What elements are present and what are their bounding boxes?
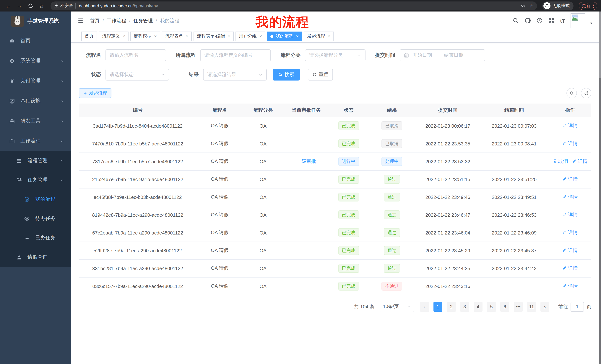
incognito-label: 无痕模式 [552, 3, 570, 9]
page-button-5[interactable]: 5 [487, 302, 496, 312]
browser-scrollbar[interactable] [599, 11, 601, 364]
cell-result: 已取消 [368, 135, 416, 153]
browser-back-icon[interactable]: ← [4, 1, 13, 10]
close-icon[interactable]: × [296, 34, 299, 38]
table-row-7: 52ffd28e-7b9a-11ec-a290-acde48001122OA 请… [79, 241, 591, 259]
search-button[interactable]: 搜索 [273, 69, 300, 80]
cell-submit-time: 2022-01-22 23:44:35 [416, 259, 480, 277]
close-icon[interactable]: × [154, 34, 157, 38]
table-header-row: 编号流程名流程分类当前审批任务状态结果提交时间结束时间操作 [79, 104, 591, 117]
process-definition-input[interactable]: 请输入流程定义的编号 [200, 49, 271, 61]
task-link[interactable]: 一级审批 [297, 158, 316, 164]
detail-link[interactable]: 详情 [562, 140, 578, 147]
sidebar-item-1[interactable]: 系统管理 [0, 51, 71, 71]
chev-up-icon [60, 178, 64, 182]
sidebar-item-6[interactable]: 流程管理 [0, 151, 71, 170]
close-icon[interactable]: × [123, 34, 125, 38]
help-icon[interactable] [536, 18, 543, 24]
detail-link[interactable]: 详情 [562, 229, 578, 236]
sidebar-item-10[interactable]: 已办任务 [0, 228, 71, 248]
close-icon[interactable]: × [228, 34, 230, 38]
detail-link[interactable]: 详情 [562, 247, 578, 254]
sidebar-item-7[interactable]: 任务管理 [0, 170, 71, 190]
url-bar[interactable]: 不安全 dashboard.yudao.iocoder.cn /bpm/task… [50, 1, 537, 10]
detail-link[interactable]: 详情 [562, 283, 578, 289]
cell-end-time: 2022-01-22 23:51:20 [480, 170, 549, 188]
pager-ellipsis[interactable]: ••• [514, 302, 523, 312]
fullscreen-icon[interactable] [548, 18, 555, 24]
breadcrumb-item[interactable]: 首页 [90, 17, 100, 24]
goto-page-input[interactable]: 1 [571, 302, 584, 312]
page-button-11[interactable]: 11 [527, 302, 536, 312]
table-row-9: 03c6c157-7b9a-11ec-a290-acde48001122OA 请… [79, 277, 591, 295]
page-button-4[interactable]: 4 [474, 302, 482, 312]
cancel-link[interactable]: 取消 [552, 158, 568, 165]
tab-0[interactable]: 首页 [81, 31, 97, 41]
next-page-button[interactable]: › [541, 302, 549, 312]
sidebar-item-2[interactable]: 支付管理 [0, 71, 71, 91]
github-icon[interactable] [524, 18, 531, 24]
browser-home-icon[interactable]: ⌂ [37, 1, 46, 10]
breadcrumb-item[interactable]: 任务管理 [133, 17, 153, 24]
process-name-input[interactable]: 请输入流程名 [105, 49, 166, 61]
tab-1[interactable]: 流程定义× [99, 31, 129, 41]
end-date-placeholder: 结束日期 [444, 52, 463, 59]
close-icon[interactable]: × [328, 34, 330, 38]
detail-link[interactable]: 详情 [562, 176, 578, 182]
avatar-caret-icon[interactable]: ▼ [590, 21, 593, 25]
sidebar-item-11[interactable]: 请假查询 [0, 248, 71, 267]
sidebar-item-0[interactable]: 首页 [0, 31, 71, 51]
sidebar-item-4[interactable]: 研发工具 [0, 111, 71, 131]
page-size-select[interactable]: 10条/页 [380, 301, 414, 312]
update-button[interactable]: 更新 [579, 2, 597, 10]
submit-time-range-picker[interactable]: 开始日期 - 结束日期 [400, 49, 485, 61]
sidebar-item-3[interactable]: 基础设施 [0, 91, 71, 111]
tab-2[interactable]: 流程模型× [130, 31, 160, 41]
cell-category: OA [243, 277, 283, 295]
sidebar-item-9[interactable]: 待办任务 [0, 209, 71, 228]
detail-link[interactable]: 详情 [562, 123, 578, 129]
show-search-icon[interactable] [566, 88, 577, 98]
status-select[interactable]: 请选择状态 [105, 69, 169, 80]
logo-avatar-image [11, 16, 24, 27]
column-header: 结果 [368, 104, 416, 117]
tab-3[interactable]: 流程表单× [162, 31, 192, 41]
password-key-icon[interactable] [521, 3, 526, 8]
result-select[interactable]: 请选择流结果 [203, 69, 267, 80]
detail-link[interactable]: 详情 [572, 158, 587, 165]
detail-link[interactable]: 详情 [562, 211, 578, 218]
create-process-button[interactable]: 发起流程 [79, 88, 111, 98]
header-search-icon[interactable] [513, 18, 519, 24]
browser-reload-icon[interactable] [26, 1, 35, 10]
reset-button[interactable]: 重置 [308, 69, 333, 80]
close-icon[interactable]: × [259, 34, 262, 38]
process-category-select[interactable]: 请选择流程分类 [305, 49, 366, 61]
page-button-6[interactable]: 6 [500, 302, 509, 312]
bookmark-star-icon[interactable]: ☆ [529, 3, 533, 8]
prev-page-button[interactable]: ‹ [420, 302, 429, 312]
tab-label: 首页 [85, 33, 94, 39]
font-size-icon[interactable]: tT [560, 18, 565, 24]
page-button-2[interactable]: 2 [447, 302, 456, 312]
detail-link[interactable]: 详情 [562, 265, 578, 272]
sidebar-item-5[interactable]: 工作流程 [0, 131, 71, 151]
tab-6[interactable]: 我的流程× [267, 31, 302, 41]
browser-forward-icon[interactable]: → [15, 1, 24, 10]
tab-4[interactable]: 流程表单-编辑× [193, 31, 234, 41]
tab-5[interactable]: 用户分组× [235, 31, 265, 41]
app-logo[interactable]: 芋道管理系统 [0, 11, 71, 31]
browser-menu-icon[interactable] [593, 4, 594, 8]
scrollbar-thumb[interactable] [599, 11, 601, 78]
breadcrumb-item[interactable]: 工作流程 [107, 17, 126, 24]
close-icon[interactable]: × [186, 34, 188, 38]
page-button-1[interactable]: 1 [433, 302, 442, 312]
hamburger-icon[interactable] [78, 18, 84, 24]
avatar[interactable] [571, 13, 585, 28]
breadcrumb-item: 我的流程 [160, 17, 180, 24]
detail-link[interactable]: 详情 [562, 194, 578, 200]
tab-7[interactable]: 发起流程× [304, 31, 334, 41]
page-button-3[interactable]: 3 [460, 302, 469, 312]
refresh-table-icon[interactable] [581, 88, 591, 98]
chev-up-icon [60, 139, 64, 143]
sidebar-item-8[interactable]: 我的流程 [0, 190, 71, 209]
